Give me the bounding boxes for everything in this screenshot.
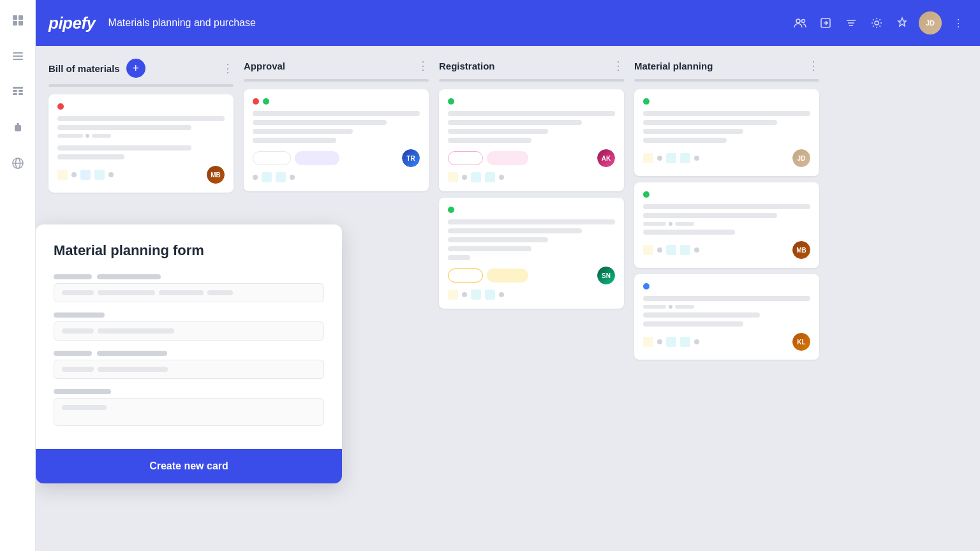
card-icon-teal[interactable] [666,153,676,163]
column-menu-mp[interactable]: ⋮ [808,59,819,73]
svg-rect-11 [19,93,23,95]
column-menu-bom[interactable]: ⋮ [222,61,234,75]
card-avatar: SN [597,267,615,284]
card-icon-teal2[interactable] [680,153,690,163]
sidebar-icon-robot[interactable] [8,117,28,138]
sidebar-icon-grid[interactable] [8,10,28,31]
card-icon-orange[interactable] [643,153,653,163]
form-modal: Material planning form [36,224,342,483]
card-footer: MB [643,241,810,259]
ph-line [159,290,204,295]
form-body: Material planning form [36,224,342,449]
card-approval-1[interactable]: TR [244,89,429,191]
svg-rect-4 [13,52,23,54]
form-input-3[interactable] [54,360,324,379]
users-icon[interactable] [791,14,809,32]
card-icon-teal[interactable] [471,172,481,182]
card-avatar: AK [597,149,615,167]
card-icon-teal2[interactable] [485,290,495,300]
header: pipefy Materials planning and purchase J… [36,0,980,46]
card-icon-orange[interactable] [643,337,653,347]
card-dot-green [643,191,650,198]
add-card-bom-button[interactable]: + [126,59,145,78]
card-icon-orange[interactable] [448,290,458,300]
card-mp-1[interactable]: JD [634,89,819,176]
card-mp-2[interactable]: MB [634,182,819,268]
card-line [448,237,548,242]
column-line-bom [48,84,234,87]
svg-point-15 [19,128,20,129]
card-badges [448,268,528,283]
card-bom-1[interactable]: MB [48,94,234,193]
card-line [253,129,353,134]
user-avatar[interactable]: JD [919,11,942,34]
sidebar-icon-table[interactable] [8,82,28,102]
card-line [675,305,694,309]
badge-pink-outline [448,151,483,165]
card-icon-teal[interactable] [94,170,105,180]
card-line [643,204,810,209]
column-menu-registration[interactable]: ⋮ [612,59,624,73]
column-menu-approval[interactable]: ⋮ [417,59,429,73]
card-line [643,111,810,116]
card-icon-teal2[interactable] [276,172,286,182]
filter-icon[interactable] [842,14,860,32]
form-title: Material planning form [54,242,324,259]
card-dots-row [253,98,420,105]
label-line [54,351,92,356]
svg-rect-7 [13,87,23,89]
card-icon-row [643,337,699,347]
card-icon-teal[interactable] [471,290,481,300]
settings-icon[interactable] [868,14,886,32]
card-icon-row [57,170,114,180]
ph-line [98,367,168,372]
card-dot-green [263,98,269,105]
form-field-3 [54,351,324,379]
dot-gray [462,175,467,180]
card-dot-red [253,98,259,105]
card-icon-blue[interactable] [80,170,91,180]
card-icon-teal[interactable] [666,337,676,347]
form-label-4 [54,389,324,394]
card-line [448,129,548,134]
card-icon-teal2[interactable] [680,245,690,255]
card-icon-orange[interactable] [57,170,68,180]
card-footer: MB [57,166,225,184]
card-footer: JD [643,149,810,167]
pin-icon[interactable] [893,14,911,32]
svg-rect-9 [19,90,23,92]
card-registration-1[interactable]: AK [439,89,624,191]
sidebar-icon-list[interactable] [8,46,28,66]
form-input-2[interactable] [54,321,324,341]
sidebar-icon-globe[interactable] [8,153,28,173]
card-line [57,125,191,130]
card-registration-2[interactable]: SN [439,198,624,309]
card-line [675,222,694,226]
card-avatar: KL [792,333,810,351]
svg-rect-6 [13,59,23,60]
create-new-card-button[interactable]: Create new card [54,460,324,472]
card-icon-teal2[interactable] [485,172,495,182]
card-avatar: JD [792,149,810,167]
svg-rect-16 [16,130,20,131]
form-field-1 [54,274,324,302]
card-badges [253,151,339,165]
more-menu-icon[interactable]: ⋮ [949,14,967,32]
column-line-mp [634,79,819,82]
form-input-1[interactable] [54,283,324,302]
form-input-4[interactable] [54,398,324,426]
card-icon-orange[interactable] [643,245,653,255]
form-field-2 [54,312,324,341]
card-line [643,312,760,318]
card-icon-orange[interactable] [448,172,458,182]
column-title-mp: Material planning [634,61,713,71]
card-icon-teal[interactable] [262,172,272,182]
card-mp-3[interactable]: KL [634,274,819,360]
label-line [97,274,161,279]
card-line [643,213,777,218]
dot-gray [657,339,662,344]
import-icon[interactable] [817,14,835,32]
card-icon-teal[interactable] [666,245,676,255]
column-line-approval [244,79,429,82]
card-icon-teal2[interactable] [680,337,690,347]
